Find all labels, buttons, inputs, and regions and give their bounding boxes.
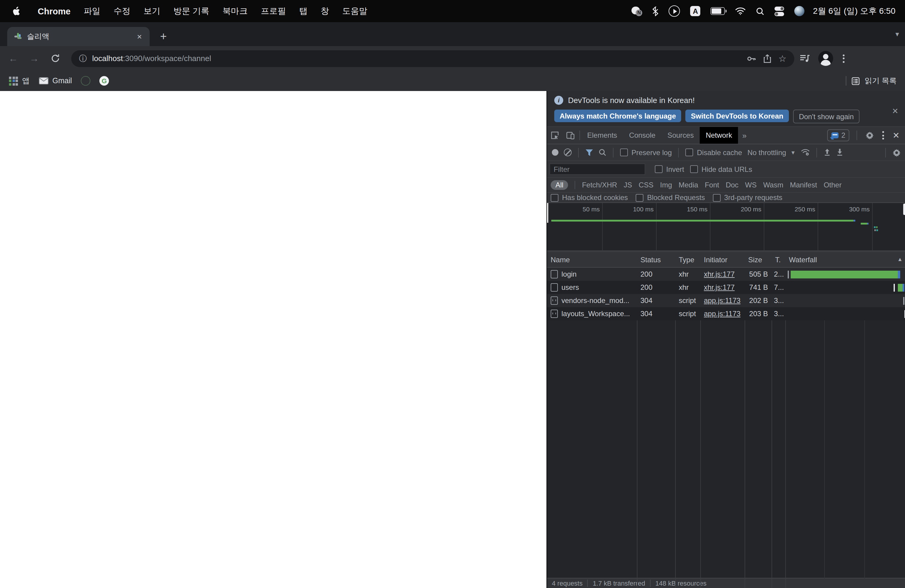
hide-data-urls-toggle[interactable]: Hide data URLs bbox=[690, 165, 752, 173]
reading-list-label[interactable]: 읽기 목록 bbox=[865, 76, 897, 86]
type-filter-img[interactable]: Img bbox=[660, 181, 672, 189]
import-har-icon[interactable] bbox=[824, 148, 831, 156]
type-filter-ws[interactable]: WS bbox=[745, 181, 757, 189]
initiator-link[interactable]: xhr.js:177 bbox=[704, 283, 735, 292]
tab-console[interactable]: Console bbox=[623, 127, 661, 144]
column-status[interactable]: Status bbox=[637, 252, 675, 267]
inspect-element-icon[interactable] bbox=[547, 131, 563, 140]
wifi-icon[interactable] bbox=[735, 7, 746, 15]
devtools-scrollbar-thumb[interactable] bbox=[903, 203, 905, 215]
tab-elements[interactable]: Elements bbox=[581, 127, 623, 144]
menu-profiles[interactable]: 프로필 bbox=[254, 6, 292, 16]
bookmark-apps[interactable]: 앱 bbox=[9, 76, 30, 86]
type-filter-media[interactable]: Media bbox=[679, 181, 698, 189]
address-bar[interactable]: ⓘ localhost:3090/workspace/channel ☆ bbox=[71, 50, 794, 67]
record-network-log-icon[interactable] bbox=[552, 149, 559, 156]
match-language-button[interactable]: Always match Chrome's language bbox=[554, 110, 681, 122]
column-size[interactable]: Size bbox=[745, 252, 772, 267]
site-info-icon[interactable]: ⓘ bbox=[79, 53, 87, 64]
type-filter-wasm[interactable]: Wasm bbox=[763, 181, 783, 189]
menu-edit[interactable]: 수정 bbox=[107, 6, 137, 16]
bookmark-favicon-g[interactable]: G bbox=[99, 76, 109, 86]
devtools-settings-icon[interactable] bbox=[866, 131, 874, 140]
new-tab-button[interactable]: + bbox=[157, 30, 170, 43]
filter-funnel-icon[interactable] bbox=[585, 149, 593, 156]
switch-korean-button[interactable]: Switch DevTools to Korean bbox=[686, 110, 789, 122]
type-filter-manifest[interactable]: Manifest bbox=[790, 181, 817, 189]
issues-counter[interactable]: 2 bbox=[827, 129, 849, 141]
more-tabs-icon[interactable]: » bbox=[738, 131, 751, 140]
type-filter-fetch-xhr[interactable]: Fetch/XHR bbox=[582, 181, 617, 189]
devtools-menu-icon[interactable] bbox=[881, 130, 886, 141]
clear-network-log-icon[interactable] bbox=[564, 148, 572, 156]
menubar-clock[interactable]: 2월 6일 (일) 오후 6:50 bbox=[813, 6, 895, 16]
table-row-layouts[interactable]: layouts_Workspace... 304 script app.js:1… bbox=[547, 307, 905, 320]
initiator-link[interactable]: app.js:1173 bbox=[704, 296, 740, 305]
has-blocked-cookies-checkbox[interactable] bbox=[551, 194, 559, 202]
back-icon[interactable]: ← bbox=[5, 53, 21, 64]
third-party-requests-toggle[interactable]: 3rd-party requests bbox=[713, 194, 783, 202]
bookmark-gmail[interactable]: Gmail bbox=[39, 77, 72, 85]
preserve-log-toggle[interactable]: Preserve log bbox=[620, 148, 672, 157]
menu-view[interactable]: 보기 bbox=[137, 6, 167, 16]
blocked-requests-toggle[interactable]: Blocked Requests bbox=[636, 194, 705, 202]
control-center-icon[interactable] bbox=[775, 6, 784, 16]
reload-icon[interactable] bbox=[47, 54, 63, 63]
panel-resize-handle[interactable] bbox=[547, 203, 548, 223]
share-icon[interactable] bbox=[764, 54, 771, 63]
tab-close-icon[interactable]: × bbox=[135, 32, 144, 41]
invert-toggle[interactable]: Invert bbox=[655, 165, 684, 173]
apple-icon[interactable] bbox=[12, 6, 21, 16]
chrome-menu-icon[interactable] bbox=[841, 53, 846, 64]
screen-mirroring-icon[interactable] bbox=[669, 5, 680, 17]
table-row-vendors[interactable]: vendors-node_mod... 304 script app.js:11… bbox=[547, 294, 905, 307]
tab-network[interactable]: Network bbox=[700, 127, 738, 144]
blocked-requests-checkbox[interactable] bbox=[636, 194, 643, 202]
disable-cache-checkbox[interactable] bbox=[686, 148, 694, 156]
menu-help[interactable]: 도움말 bbox=[335, 6, 374, 16]
menu-bookmarks[interactable]: 북마크 bbox=[216, 6, 254, 16]
menu-history[interactable]: 방문 기록 bbox=[167, 6, 216, 16]
devtools-close-icon[interactable]: ✕ bbox=[893, 130, 900, 140]
disable-cache-toggle[interactable]: Disable cache bbox=[686, 148, 742, 157]
profile-avatar[interactable] bbox=[818, 51, 833, 66]
third-party-requests-checkbox[interactable] bbox=[713, 194, 721, 202]
type-filter-js[interactable]: JS bbox=[624, 181, 632, 189]
type-filter-all[interactable]: All bbox=[551, 180, 568, 190]
bluetooth-icon[interactable] bbox=[653, 6, 659, 16]
menu-file[interactable]: 파일 bbox=[77, 6, 107, 16]
column-time[interactable]: T. bbox=[772, 252, 785, 267]
filter-input[interactable] bbox=[549, 164, 645, 175]
table-row-login[interactable]: login 200 xhr xhr.js:177 505 B 2... bbox=[547, 268, 905, 281]
bookmark-favicon-sphere[interactable] bbox=[81, 76, 90, 86]
column-type[interactable]: Type bbox=[675, 252, 700, 267]
password-key-icon[interactable] bbox=[747, 56, 756, 61]
notification-n-icon[interactable]: N bbox=[632, 6, 643, 16]
device-toolbar-icon[interactable] bbox=[563, 131, 578, 140]
bookmark-star-icon[interactable]: ☆ bbox=[778, 53, 786, 64]
menu-tab[interactable]: 탭 bbox=[292, 6, 314, 16]
browser-tab[interactable]: 슬리액 × bbox=[7, 27, 150, 46]
network-conditions-icon[interactable] bbox=[801, 148, 810, 156]
reading-list-icon[interactable] bbox=[851, 77, 859, 85]
forward-icon[interactable]: → bbox=[26, 53, 42, 64]
type-filter-other[interactable]: Other bbox=[824, 181, 841, 189]
type-filter-doc[interactable]: Doc bbox=[726, 181, 738, 189]
infobar-close-icon[interactable]: ✕ bbox=[892, 106, 899, 116]
battery-icon[interactable] bbox=[711, 7, 725, 15]
hide-data-urls-checkbox[interactable] bbox=[690, 165, 698, 173]
table-row-users[interactable]: users 200 xhr xhr.js:177 741 B 7... bbox=[547, 281, 905, 294]
network-settings-icon[interactable] bbox=[892, 148, 901, 157]
column-initiator[interactable]: Initiator bbox=[700, 252, 745, 267]
invert-checkbox[interactable] bbox=[655, 165, 663, 173]
column-waterfall[interactable]: Waterfall bbox=[785, 252, 817, 267]
dont-show-again-button[interactable]: Don't show again bbox=[793, 110, 859, 123]
initiator-link[interactable]: app.js:1173 bbox=[704, 310, 740, 318]
menu-window[interactable]: 창 bbox=[314, 6, 335, 16]
spotlight-icon[interactable] bbox=[756, 7, 765, 15]
menubar-app-name[interactable]: Chrome bbox=[31, 6, 77, 16]
has-blocked-cookies-toggle[interactable]: Has blocked cookies bbox=[551, 194, 628, 202]
tab-search-chevron-icon[interactable]: ▾ bbox=[895, 30, 899, 38]
preserve-log-checkbox[interactable] bbox=[620, 148, 628, 156]
overview-strip[interactable]: 50 ms100 ms150 ms200 ms250 ms300 ms bbox=[547, 203, 905, 250]
